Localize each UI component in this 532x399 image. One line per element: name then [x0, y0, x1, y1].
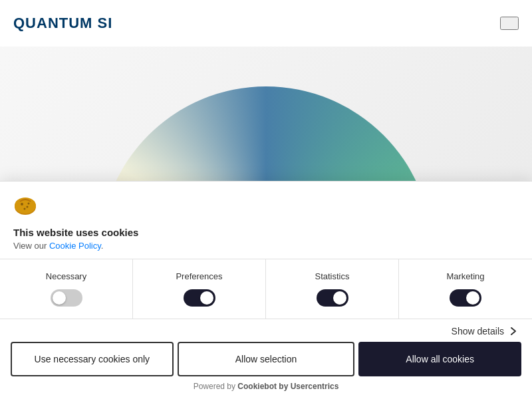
- toggle-knob-marketing: [466, 291, 479, 305]
- cookie-policy-link[interactable]: Cookie Policy: [49, 241, 101, 251]
- toggle-knob-necessary: [53, 291, 66, 305]
- allow-all-button[interactable]: Allow all cookies: [358, 342, 521, 376]
- cookie-icon: [13, 207, 37, 218]
- toggle-cell-preferences: Preferences: [133, 259, 266, 319]
- toggle-label-necessary: Necessary: [46, 271, 86, 281]
- powered-by-prefix: Powered by: [194, 382, 238, 391]
- show-details-row: Show details: [0, 319, 532, 342]
- cookie-title: This website uses cookies: [13, 227, 519, 238]
- toggle-label-marketing: Marketing: [446, 271, 484, 281]
- description-prefix: View our: [13, 241, 49, 251]
- toggle-marketing[interactable]: [450, 289, 481, 307]
- chevron-right-icon: [508, 326, 519, 336]
- toggle-label-preferences: Preferences: [176, 271, 222, 281]
- use-necessary-button[interactable]: Use necessary cookies only: [11, 342, 174, 376]
- menu-button[interactable]: [500, 17, 519, 30]
- cookie-icon-area: [0, 182, 532, 224]
- toggle-cell-necessary: Necessary: [0, 259, 133, 319]
- toggle-label-statistics: Statistics: [315, 271, 349, 281]
- svg-point-5: [28, 203, 30, 205]
- cookie-categories-grid: Necessary Preferences Statistics Marketi…: [0, 259, 532, 319]
- toggle-preferences[interactable]: [184, 289, 215, 307]
- cookiebot-link[interactable]: Cookiebot by Usercentrics: [237, 382, 338, 391]
- cookie-text-area: This website uses cookies View our Cooki…: [0, 224, 532, 259]
- toggle-necessary[interactable]: [51, 289, 82, 307]
- toggle-knob-statistics: [333, 291, 346, 305]
- show-details-button[interactable]: Show details: [452, 326, 519, 336]
- svg-point-4: [24, 208, 26, 210]
- toggle-knob-preferences: [200, 291, 213, 305]
- cookie-description: View our Cookie Policy.: [13, 241, 519, 251]
- site-header: QUANTUM SI: [0, 0, 532, 47]
- action-buttons-row: Use necessary cookies only Allow selecti…: [0, 342, 532, 376]
- toggle-statistics[interactable]: [317, 289, 348, 307]
- show-details-label: Show details: [452, 326, 504, 336]
- description-suffix: .: [101, 241, 104, 251]
- toggle-cell-statistics: Statistics: [266, 259, 399, 319]
- toggle-cell-marketing: Marketing: [399, 259, 532, 319]
- svg-point-2: [21, 203, 23, 205]
- allow-selection-button[interactable]: Allow selection: [178, 342, 355, 376]
- svg-point-3: [27, 206, 29, 208]
- site-logo: QUANTUM SI: [13, 15, 112, 32]
- powered-by: Powered by Cookiebot by Usercentrics: [0, 376, 532, 399]
- cookie-banner: This website uses cookies View our Cooki…: [0, 181, 532, 399]
